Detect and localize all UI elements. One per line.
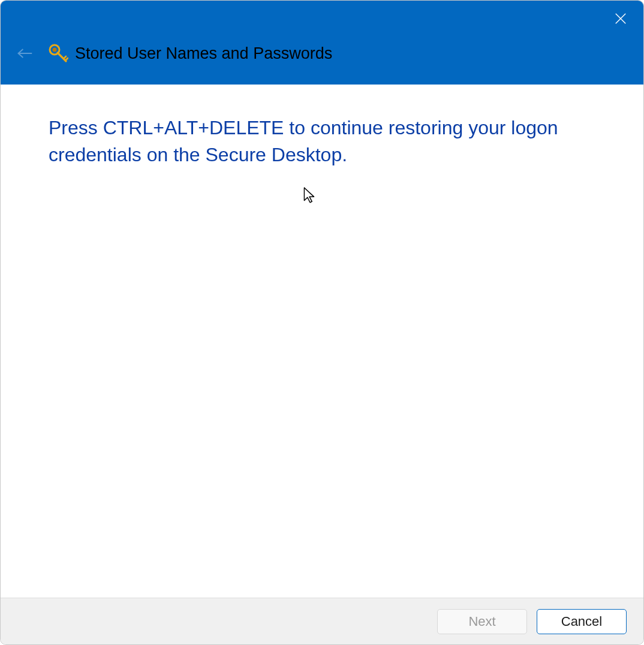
- back-arrow-icon: [16, 47, 33, 59]
- cancel-button[interactable]: Cancel: [537, 609, 627, 634]
- svg-line-6: [64, 56, 66, 59]
- instruction-text: Press CTRL+ALT+DELETE to continue restor…: [49, 114, 595, 168]
- next-button: Next: [437, 609, 527, 634]
- dialog-header: Stored User Names and Passwords: [1, 1, 643, 85]
- close-icon: [614, 12, 627, 25]
- dialog-title: Stored User Names and Passwords: [75, 44, 332, 63]
- svg-line-7: [65, 58, 68, 61]
- svg-point-4: [53, 48, 57, 52]
- key-icon: [47, 43, 69, 64]
- back-button[interactable]: [13, 41, 37, 65]
- header-main-row: Stored User Names and Passwords: [1, 35, 643, 71]
- dialog-footer: Next Cancel: [1, 598, 643, 644]
- close-button[interactable]: [603, 5, 639, 32]
- dialog-content: Press CTRL+ALT+DELETE to continue restor…: [1, 85, 643, 598]
- cursor-icon: [302, 186, 317, 204]
- titlebar: [1, 1, 643, 35]
- dialog-window: Stored User Names and Passwords Press CT…: [0, 0, 644, 645]
